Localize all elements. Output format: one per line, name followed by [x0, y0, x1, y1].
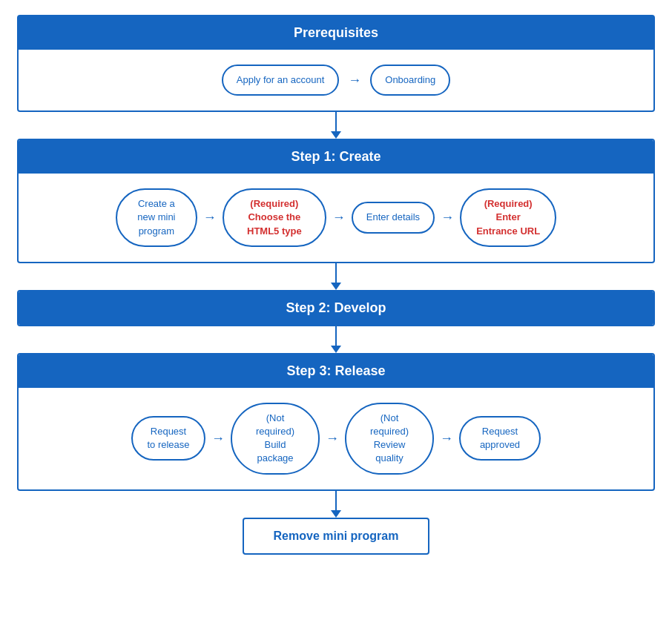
remove-section: Remove mini program: [243, 518, 430, 555]
arrow-review-approved: →: [440, 431, 453, 446]
arrow-step2-step3: [331, 326, 341, 353]
arrow-create-choose: →: [203, 210, 217, 225]
step2-section: Step 2: Develop: [17, 290, 655, 326]
prerequisites-section: Prerequisites Apply for an account → Onb…: [17, 15, 655, 112]
arrow-choose-details: →: [332, 210, 346, 225]
enter-details-node: Enter details: [352, 202, 435, 233]
arrow-step1-step2: [331, 263, 341, 290]
review-quality-node: (Not required) Review quality: [345, 403, 434, 475]
step1-content: Create a new mini program → (Required) C…: [19, 174, 653, 262]
arrow-prereq-step1: [331, 112, 341, 139]
flowchart-diagram: Prerequisites Apply for an account → Onb…: [17, 15, 655, 555]
choose-html5-node: (Required) Choose the HTML5 type: [223, 188, 326, 247]
build-package-node: (Not required) Build package: [231, 403, 320, 475]
onboarding-node: Onboarding: [370, 65, 450, 96]
arrow-apply-onboarding: →: [348, 73, 361, 88]
prerequisites-content: Apply for an account → Onboarding: [19, 50, 653, 110]
arrow-step3-remove: [331, 491, 341, 518]
create-new-node: Create a new mini program: [116, 188, 197, 247]
enter-url-node: (Required) Enter Entrance URL: [460, 188, 556, 247]
step3-content: Request to release → (Not required) Buil…: [19, 388, 653, 489]
arrow-request-build: →: [211, 431, 225, 446]
step1-header: Step 1: Create: [19, 140, 653, 174]
step1-section: Step 1: Create Create a new mini program…: [17, 139, 655, 263]
request-approved-node: Request approved: [459, 416, 541, 461]
arrow-build-review: →: [326, 431, 339, 446]
request-release-node: Request to release: [131, 416, 205, 461]
arrow-details-url: →: [441, 210, 454, 225]
step3-section: Step 3: Release Request to release → (No…: [17, 353, 655, 491]
step3-header: Step 3: Release: [19, 354, 653, 388]
prerequisites-header: Prerequisites: [19, 16, 653, 50]
step2-header: Step 2: Develop: [19, 291, 653, 325]
apply-node: Apply for an account: [222, 65, 340, 96]
